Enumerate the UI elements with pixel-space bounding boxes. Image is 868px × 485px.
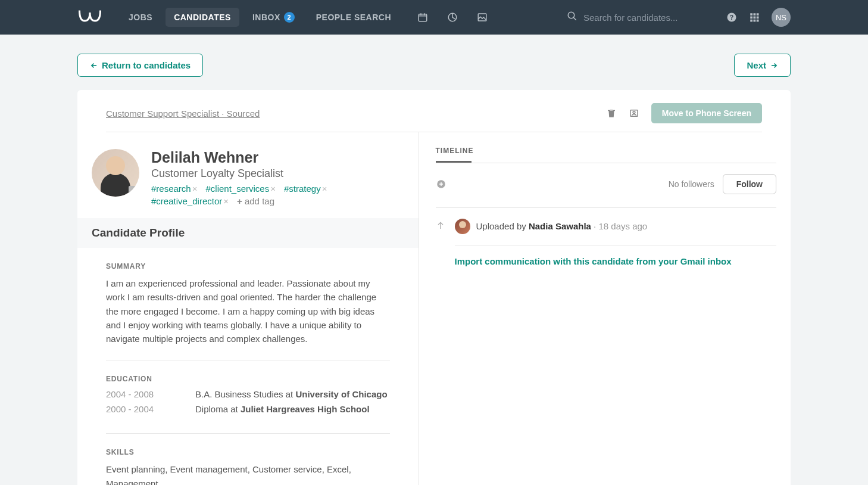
svg-rect-6: [750, 13, 753, 15]
return-button[interactable]: Return to candidates: [77, 54, 203, 77]
uploader-avatar: [455, 219, 470, 234]
candidate-header: Delilah Wehner Customer Loyalty Speciali…: [77, 132, 419, 218]
skills-label: SKILLS: [106, 448, 390, 456]
delete-icon[interactable]: [606, 108, 617, 119]
apps-icon[interactable]: [749, 12, 760, 23]
svg-text:?: ?: [730, 14, 733, 21]
timeline-row: Uploaded by Nadia Sawahla · 18 days ago: [455, 219, 777, 245]
tag[interactable]: #creative_director: [151, 196, 222, 206]
breadcrumb[interactable]: Customer Support Specialist · Sourced: [106, 108, 260, 119]
tag[interactable]: #client_services: [205, 184, 269, 194]
uploaded-prefix: Uploaded by: [476, 221, 529, 231]
import-gmail-link[interactable]: Import communication with this candidate…: [455, 256, 777, 266]
no-followers-text: No followers: [669, 179, 714, 189]
candidate-tags: #research× #client_services× #strategy× …: [151, 184, 404, 206]
candidate-avatar: [92, 149, 139, 197]
education-degree: Diploma at: [195, 404, 241, 414]
svg-rect-8: [757, 13, 759, 15]
tag-remove-icon[interactable]: ×: [223, 196, 229, 206]
inbox-count-badge: 2: [284, 12, 295, 23]
svg-rect-13: [754, 20, 756, 22]
uploaded-ago: · 18 days ago: [591, 221, 647, 231]
svg-point-3: [568, 12, 574, 18]
header-right: ? NS: [726, 8, 791, 27]
tag-remove-icon[interactable]: ×: [192, 184, 198, 194]
svg-rect-10: [754, 17, 756, 19]
app-header: JOBS CANDIDATES INBOX 2 PEOPLE SEARCH ? …: [0, 0, 868, 35]
svg-point-16: [633, 111, 635, 114]
skills-text: Event planning, Event management, Custom…: [106, 462, 390, 485]
svg-rect-9: [750, 17, 753, 19]
education-row: 2004 - 2008 B.A. Business Studies at Uni…: [106, 389, 390, 399]
user-avatar[interactable]: NS: [772, 8, 791, 27]
tag[interactable]: #strategy: [284, 184, 321, 194]
move-phone-screen-button[interactable]: Move to Phone Screen: [651, 103, 762, 123]
search-box: [567, 11, 702, 24]
education-section: EDUCATION 2004 - 2008 B.A. Business Stud…: [106, 360, 390, 434]
education-school: University of Chicago: [295, 389, 387, 399]
summary-text: I am an experienced professional and lea…: [106, 276, 390, 346]
follow-row: No followers Follow: [436, 174, 777, 208]
education-years: 2004 - 2008: [106, 389, 171, 399]
candidate-name: Delilah Wehner: [151, 149, 404, 166]
skills-section: SKILLS Event planning, Event management,…: [106, 434, 390, 485]
profile-heading: Candidate Profile: [77, 218, 419, 248]
contact-card-icon[interactable]: [629, 108, 639, 119]
timeline-entry: Uploaded by Nadia Sawahla · 18 days ago …: [436, 208, 777, 277]
svg-rect-14: [757, 20, 759, 22]
upload-icon: [436, 219, 445, 266]
svg-rect-12: [750, 20, 753, 22]
nav-candidates[interactable]: CANDIDATES: [166, 8, 239, 27]
candidate-title: Customer Loyalty Specialist: [151, 167, 404, 180]
uploaded-by-name: Nadia Sawahla: [529, 221, 591, 231]
nav-inbox[interactable]: INBOX 2: [244, 7, 303, 27]
calendar-icon[interactable]: [417, 12, 428, 23]
arrow-left-icon: [90, 61, 98, 70]
follow-button[interactable]: Follow: [723, 174, 776, 194]
card-header: Customer Support Specialist · Sourced Mo…: [106, 90, 762, 132]
tag-remove-icon[interactable]: ×: [322, 184, 327, 194]
tag[interactable]: #research: [151, 184, 191, 194]
nav-inbox-label: INBOX: [252, 13, 280, 22]
main-nav: JOBS CANDIDATES INBOX 2 PEOPLE SEARCH: [120, 7, 399, 27]
svg-rect-11: [757, 17, 759, 19]
search-input[interactable]: [583, 13, 702, 23]
help-icon[interactable]: ?: [726, 12, 737, 23]
education-school: Juliet Hargreaves High School: [241, 404, 370, 414]
timeline-tab[interactable]: TIMELINE: [436, 147, 777, 161]
nav-icons: [417, 12, 488, 23]
next-button[interactable]: Next: [734, 54, 791, 77]
search-icon: [567, 11, 577, 24]
education-label: EDUCATION: [106, 375, 390, 383]
summary-label: SUMMARY: [106, 262, 390, 271]
add-follower-icon[interactable]: [436, 179, 447, 189]
summary-section: SUMMARY I am an experienced professional…: [106, 248, 390, 360]
top-actions: Return to candidates Next: [77, 35, 791, 90]
candidate-card: Customer Support Specialist · Sourced Mo…: [77, 90, 791, 485]
nav-jobs[interactable]: JOBS: [120, 8, 161, 27]
education-degree: B.A. Business Studies at: [195, 389, 295, 399]
right-column: TIMELINE No followers Follow Uploaded by: [419, 132, 791, 485]
svg-rect-7: [754, 13, 756, 15]
add-tag-button[interactable]: + add tag: [237, 196, 274, 206]
nav-people-search[interactable]: PEOPLE SEARCH: [308, 8, 399, 27]
education-years: 2000 - 2004: [106, 404, 171, 414]
app-logo[interactable]: [77, 8, 102, 27]
arrow-right-icon: [770, 61, 778, 70]
image-icon[interactable]: [477, 12, 488, 23]
reports-icon[interactable]: [447, 12, 458, 23]
svg-rect-0: [419, 14, 427, 21]
timeline-tabs: TIMELINE: [436, 147, 777, 163]
card-actions: Move to Phone Screen: [606, 103, 762, 123]
return-label: Return to candidates: [102, 60, 191, 70]
tag-remove-icon[interactable]: ×: [270, 184, 276, 194]
next-label: Next: [747, 60, 766, 70]
education-row: 2000 - 2004 Diploma at Juliet Hargreaves…: [106, 404, 390, 414]
left-column: Delilah Wehner Customer Loyalty Speciali…: [77, 132, 419, 485]
